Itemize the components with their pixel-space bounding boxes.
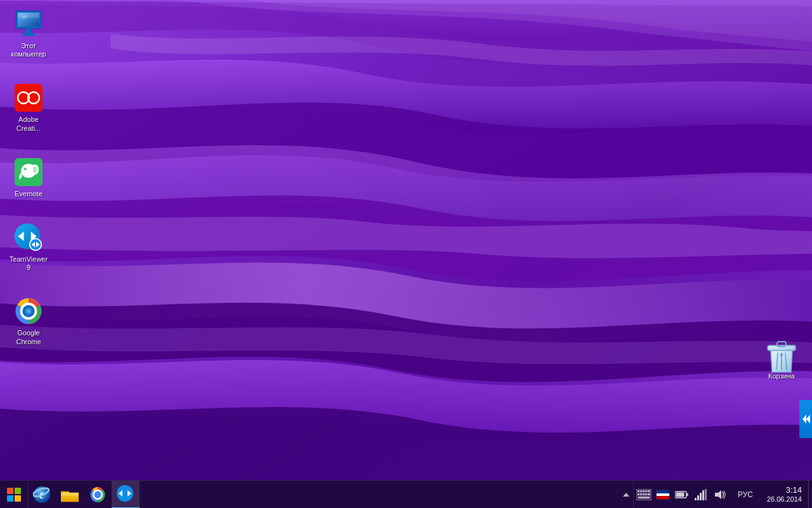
battery-svg [675, 490, 689, 499]
teamviewer-side-panel[interactable] [799, 400, 812, 438]
svg-rect-60 [686, 493, 688, 496]
svg-marker-42 [623, 493, 629, 497]
taskbar: e [0, 480, 812, 508]
windows-logo-red [7, 488, 13, 494]
teamviewer-svg [13, 221, 44, 254]
desktop-icon-evernote[interactable]: Evernote [0, 154, 57, 201]
taskbar-icon-ie[interactable]: e [28, 481, 56, 509]
chrome-icon-img [13, 296, 44, 326]
teamviewer-label2: 9 [27, 264, 30, 272]
ie-taskbar-svg: e [33, 486, 51, 504]
language-tray-indicator[interactable]: РУС [730, 481, 761, 509]
svg-point-38 [95, 491, 102, 498]
svg-rect-44 [638, 490, 639, 492]
wallpaper-waves [0, 0, 812, 508]
notification-area[interactable] [619, 481, 634, 509]
svg-rect-53 [648, 493, 650, 495]
adobe-cc-label1: Adobe [18, 116, 39, 124]
svg-rect-4 [26, 29, 31, 34]
flag-svg [656, 490, 670, 500]
svg-point-19 [30, 239, 41, 250]
svg-rect-3 [18, 13, 39, 18]
desktop-icon-recycle-bin[interactable]: Корзина [764, 337, 799, 383]
windows-logo-blue [7, 495, 13, 502]
desktop-icons: Этот компьютер Adobe Creati... [0, 0, 63, 355]
tv-panel-icon [801, 413, 810, 425]
svg-point-15 [25, 168, 27, 169]
svg-rect-57 [657, 496, 669, 499]
this-computer-icon-img [13, 9, 44, 39]
this-computer-label2: компьютер [11, 50, 46, 58]
svg-marker-66 [715, 490, 721, 499]
svg-point-23 [22, 305, 34, 318]
desktop-icon-adobe-cc[interactable]: Adobe Creati... [0, 80, 57, 135]
chrome-svg [13, 295, 44, 327]
svg-rect-61 [695, 498, 697, 500]
taskbar-icon-file-explorer[interactable] [56, 481, 84, 509]
svg-rect-56 [657, 490, 669, 493]
windows-logo [7, 488, 21, 502]
signal-tray-icon[interactable] [692, 481, 710, 509]
clock-time: 3:14 [786, 485, 802, 495]
svg-rect-63 [700, 493, 702, 500]
adobe-cc-icon-img [13, 83, 44, 113]
svg-rect-48 [648, 490, 650, 492]
svg-rect-46 [643, 490, 645, 492]
svg-rect-52 [645, 493, 647, 495]
recycle-bin-icon-img [766, 339, 797, 372]
svg-rect-65 [705, 489, 707, 500]
clock-area[interactable]: 3:14 26.06.2014 [762, 481, 807, 509]
adobe-cc-svg [13, 83, 44, 113]
desktop-icon-teamviewer[interactable]: TeamViewer 9 [0, 220, 57, 274]
taskbar-icon-teamviewer[interactable] [112, 481, 140, 509]
this-computer-svg [13, 10, 44, 39]
desktop-icon-google-chrome[interactable]: Google Chrome [0, 293, 57, 348]
svg-rect-47 [645, 490, 647, 492]
folder-taskbar-svg [61, 486, 79, 503]
language-text: РУС [734, 490, 757, 499]
keyboard-svg [636, 489, 652, 500]
teamviewer-taskbar-svg [116, 485, 135, 504]
svg-rect-59 [676, 492, 684, 497]
svg-rect-54 [638, 497, 650, 498]
this-computer-label: Этот [21, 42, 36, 50]
system-tray: РУС 3:14 26.06.2014 [619, 481, 812, 509]
svg-rect-62 [697, 495, 699, 500]
chrome-label2: Chrome [16, 338, 41, 346]
signal-svg [695, 489, 707, 500]
start-button[interactable] [0, 481, 28, 509]
recycle-bin-svg [766, 339, 797, 373]
battery-tray-icon[interactable] [673, 481, 691, 509]
desktop: Этот компьютер Adobe Creati... [0, 0, 812, 508]
svg-marker-31 [806, 415, 810, 424]
adobe-cc-label2: Creati... [16, 124, 41, 133]
show-desktop-button[interactable] [808, 481, 812, 509]
svg-rect-36 [61, 493, 79, 496]
volume-svg [714, 489, 726, 500]
svg-rect-45 [640, 490, 642, 492]
svg-rect-51 [643, 493, 645, 495]
windows-logo-yellow [15, 495, 21, 502]
clock-date: 26.06.2014 [767, 495, 802, 504]
svg-marker-30 [802, 415, 806, 424]
wallpaper [0, 0, 812, 508]
windows-logo-green [15, 488, 21, 494]
taskbar-icon-chrome[interactable] [84, 481, 112, 509]
keyboard-tray-icon[interactable] [635, 481, 653, 509]
teamviewer-label1: TeamViewer [10, 255, 48, 264]
svg-rect-50 [640, 493, 642, 495]
volume-tray-icon[interactable] [711, 481, 729, 509]
teamviewer-icon-img [13, 222, 44, 253]
svg-rect-64 [702, 490, 704, 500]
evernote-svg [13, 157, 44, 187]
tray-expand-arrow [622, 490, 631, 499]
chrome-taskbar-svg [89, 486, 107, 504]
svg-rect-5 [22, 33, 35, 36]
evernote-icon-img [13, 157, 44, 187]
svg-point-14 [33, 166, 37, 173]
chrome-label1: Google [17, 329, 39, 337]
flag-tray-icon[interactable] [654, 481, 672, 509]
desktop-icon-this-computer[interactable]: Этот компьютер [0, 6, 57, 61]
evernote-label: Evernote [15, 190, 43, 198]
svg-rect-49 [638, 493, 639, 495]
